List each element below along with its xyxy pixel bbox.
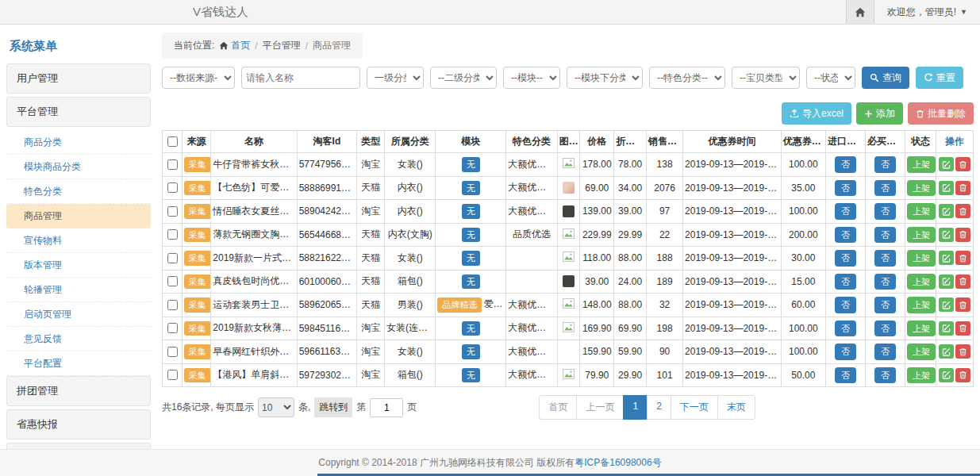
delete-button[interactable] — [955, 157, 970, 171]
status-badge[interactable]: 上架 — [907, 156, 936, 173]
must-buy-toggle[interactable]: 否 — [874, 344, 896, 360]
pager-button-1[interactable]: 1 — [623, 395, 648, 420]
sidebar-item-轮播管理[interactable]: 轮播管理 — [6, 278, 151, 302]
filter-module-subcategory[interactable]: --模块下分类-- — [567, 67, 643, 89]
edit-button[interactable] — [939, 321, 954, 336]
pager-button-上一页[interactable]: 上一页 — [576, 395, 624, 420]
pager-button-2[interactable]: 2 — [647, 395, 671, 420]
status-badge[interactable]: 上架 — [907, 250, 936, 267]
row-checkbox[interactable] — [167, 276, 178, 286]
edit-button[interactable] — [939, 181, 954, 195]
edit-button[interactable] — [939, 344, 954, 359]
edit-button[interactable] — [939, 251, 954, 265]
must-buy-toggle[interactable]: 否 — [874, 203, 896, 220]
row-checkbox[interactable] — [167, 300, 178, 310]
delete-button[interactable] — [955, 251, 970, 265]
row-checkbox[interactable] — [167, 206, 178, 217]
user-menu[interactable]: 欢迎您，管理员! ▼ — [874, 0, 980, 24]
sidebar-item-平台配置[interactable]: 平台配置 — [6, 351, 151, 376]
edit-button[interactable] — [939, 368, 954, 382]
pager-button-首页[interactable]: 首页 — [539, 395, 577, 420]
sidebar-item-版本管理[interactable]: 版本管理 — [6, 253, 151, 278]
must-buy-toggle[interactable]: 否 — [874, 227, 896, 244]
sidebar-item-意见反馈[interactable]: 意见反馈 — [6, 327, 151, 351]
sidebar-item-启动页管理[interactable]: 启动页管理 — [6, 302, 151, 327]
must-buy-toggle[interactable]: 否 — [874, 321, 896, 337]
sidebar-item-特色分类[interactable]: 特色分类 — [6, 179, 151, 204]
status-badge[interactable]: 上架 — [907, 203, 936, 220]
must-buy-toggle[interactable]: 否 — [874, 156, 896, 173]
status-badge[interactable]: 上架 — [907, 321, 936, 337]
page-number-input[interactable] — [370, 398, 403, 417]
status-badge[interactable]: 上架 — [907, 274, 936, 290]
status-badge[interactable]: 上架 — [907, 344, 936, 360]
import-select-toggle[interactable]: 否 — [835, 227, 856, 244]
delete-button[interactable] — [955, 321, 970, 336]
import-select-toggle[interactable]: 否 — [835, 367, 856, 384]
select-all-checkbox[interactable] — [167, 136, 178, 147]
edit-button[interactable] — [939, 228, 954, 242]
filter-item-type[interactable]: --宝贝类型-- — [732, 67, 800, 89]
filter-level2-category[interactable]: --二级分类-- — [430, 67, 497, 89]
sidebar-item-消息管理[interactable]: 消息管理 — [6, 443, 151, 449]
edit-button[interactable] — [939, 274, 954, 289]
import-select-toggle[interactable]: 否 — [835, 180, 856, 197]
filter-data-source[interactable]: --数据来源-- — [162, 67, 235, 89]
name-search-input[interactable] — [241, 67, 360, 89]
import-select-toggle[interactable]: 否 — [835, 274, 856, 290]
import-select-toggle[interactable]: 否 — [835, 297, 856, 313]
pager-button-末页[interactable]: 末页 — [717, 395, 755, 420]
import-excel-button[interactable]: 导入excel — [782, 102, 851, 125]
delete-button[interactable] — [955, 344, 970, 359]
status-badge[interactable]: 上架 — [907, 227, 936, 244]
edit-button[interactable] — [939, 204, 954, 218]
jump-button[interactable]: 跳转到 — [314, 397, 352, 417]
row-checkbox[interactable] — [167, 229, 178, 240]
must-buy-toggle[interactable]: 否 — [874, 274, 896, 290]
status-badge[interactable]: 上架 — [907, 297, 936, 313]
edit-button[interactable] — [939, 298, 954, 312]
filter-level1-category[interactable]: 一级分类 — [367, 67, 424, 89]
filter-module[interactable]: --模块-- — [503, 67, 560, 89]
sidebar-item-商品分类[interactable]: 商品分类 — [6, 130, 151, 155]
home-button[interactable] — [846, 0, 874, 24]
delete-button[interactable] — [955, 298, 970, 312]
sidebar-item-模块商品分类[interactable]: 模块商品分类 — [6, 155, 151, 179]
filter-feature-category[interactable]: --特色分类-- — [649, 67, 725, 89]
sidebar-item-省惠快报[interactable]: 省惠快报 — [6, 409, 151, 440]
row-checkbox[interactable] — [167, 159, 178, 170]
sidebar-item-商品管理[interactable]: 商品管理 — [6, 204, 151, 228]
must-buy-toggle[interactable]: 否 — [874, 367, 896, 384]
row-checkbox[interactable] — [167, 253, 178, 263]
batch-delete-button[interactable]: 批量删除 — [908, 102, 974, 125]
delete-button[interactable] — [955, 204, 970, 218]
status-badge[interactable]: 上架 — [907, 180, 936, 197]
must-buy-toggle[interactable]: 否 — [874, 297, 896, 313]
must-buy-toggle[interactable]: 否 — [874, 180, 896, 197]
search-button[interactable]: 查询 — [862, 67, 909, 89]
row-checkbox[interactable] — [167, 182, 178, 193]
icp-link[interactable]: 粤ICP备16098006号 — [575, 456, 661, 470]
pager-button-下一页[interactable]: 下一页 — [671, 395, 718, 420]
import-select-toggle[interactable]: 否 — [835, 156, 856, 173]
breadcrumb-home-link[interactable]: 首页 — [219, 39, 250, 52]
delete-button[interactable] — [955, 228, 970, 242]
sidebar-item-拼团管理[interactable]: 拼团管理 — [6, 376, 151, 406]
reset-button[interactable]: 重置 — [916, 67, 963, 89]
edit-button[interactable] — [939, 157, 954, 171]
import-select-toggle[interactable]: 否 — [835, 321, 856, 337]
must-buy-toggle[interactable]: 否 — [874, 250, 896, 267]
import-select-toggle[interactable]: 否 — [835, 203, 856, 220]
filter-status[interactable]: --状态-- — [806, 67, 855, 89]
delete-button[interactable] — [955, 181, 970, 195]
delete-button[interactable] — [955, 274, 970, 289]
status-badge[interactable]: 上架 — [907, 367, 936, 384]
row-checkbox[interactable] — [167, 347, 178, 357]
sidebar-item-用户管理[interactable]: 用户管理 — [6, 63, 151, 94]
import-select-toggle[interactable]: 否 — [835, 344, 856, 360]
row-checkbox[interactable] — [167, 370, 178, 380]
per-page-select[interactable]: 10 — [258, 397, 294, 417]
row-checkbox[interactable] — [167, 323, 178, 333]
import-select-toggle[interactable]: 否 — [835, 250, 856, 267]
delete-button[interactable] — [955, 368, 970, 382]
